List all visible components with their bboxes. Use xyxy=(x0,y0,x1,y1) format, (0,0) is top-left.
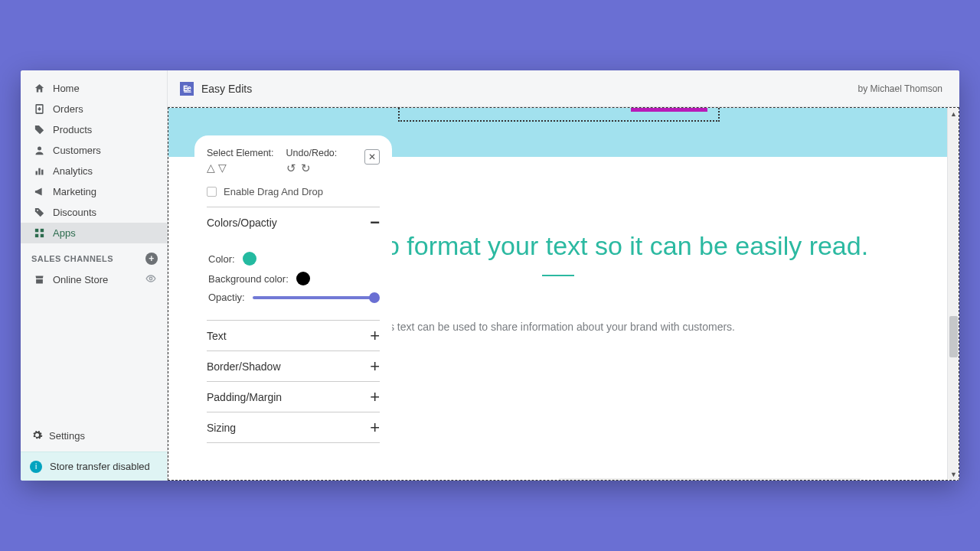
svg-rect-3 xyxy=(38,168,41,175)
checkbox-label: Enable Drag And Drop xyxy=(224,186,323,197)
add-channel-button[interactable]: + xyxy=(145,253,158,265)
section-border[interactable]: Border/Shadow + xyxy=(207,351,380,382)
settings-label: Settings xyxy=(49,430,85,442)
section-label: Padding/Margin xyxy=(207,391,282,403)
sidebar-item-products[interactable]: Products xyxy=(21,119,167,140)
select-element-label: Select Element: xyxy=(207,148,274,158)
section-label: Colors/Opactiy xyxy=(207,217,277,229)
sidebar-item-label: Analytics xyxy=(53,165,93,177)
undo-redo-label: Undo/Redo: xyxy=(286,148,338,158)
image-placeholder[interactable] xyxy=(559,478,861,481)
svg-point-1 xyxy=(38,147,41,151)
topbar: E͟e Easy Edits by Michael Thomson xyxy=(168,70,959,107)
sidebar-item-analytics[interactable]: Analytics xyxy=(21,161,167,181)
svg-rect-6 xyxy=(34,229,38,232)
sales-channels-header: SALES CHANNELS + xyxy=(21,243,167,269)
undo-button[interactable]: ↺ xyxy=(286,161,296,175)
app-icon: E͟e xyxy=(180,82,194,96)
opacity-slider[interactable] xyxy=(253,296,378,299)
headline-rest: to format your text so it can be easily … xyxy=(371,231,868,260)
color-label: Color: xyxy=(208,253,235,265)
svg-rect-7 xyxy=(40,229,43,232)
expand-icon: + xyxy=(370,357,380,377)
person-icon xyxy=(31,145,47,156)
status-bar[interactable]: i Store transfer disabled xyxy=(21,452,167,481)
tag-icon xyxy=(31,124,47,135)
home-icon xyxy=(31,83,47,94)
redo-button[interactable]: ↻ xyxy=(301,161,311,175)
discount-icon xyxy=(31,207,47,218)
sidebar-item-label: Orders xyxy=(53,103,83,115)
primary-nav: Home Orders Products Customers xyxy=(21,70,167,243)
editor-canvas[interactable]: Use HTML to format your text so it can b… xyxy=(168,107,959,481)
sidebar-item-discounts[interactable]: Discounts xyxy=(21,202,167,223)
slider-thumb[interactable] xyxy=(369,292,380,303)
sidebar-item-customers[interactable]: Customers xyxy=(21,140,167,161)
sidebar: Home Orders Products Customers xyxy=(21,70,168,481)
section-header-label: SALES CHANNELS xyxy=(31,254,113,263)
orders-icon xyxy=(31,103,47,115)
svg-rect-2 xyxy=(35,171,38,175)
svg-rect-9 xyxy=(40,234,43,237)
section-label: Text xyxy=(207,330,227,342)
bg-color-label: Background color: xyxy=(208,273,289,285)
select-parent-button[interactable]: △ xyxy=(207,161,215,174)
svg-rect-4 xyxy=(41,170,44,175)
close-panel-button[interactable]: ✕ xyxy=(364,149,380,165)
app-byline: by Michael Thomson xyxy=(858,83,943,94)
expand-icon: + xyxy=(370,326,380,346)
vertical-scrollbar[interactable]: ▲ ▼ xyxy=(947,108,959,480)
collapse-icon: − xyxy=(370,213,380,233)
store-icon xyxy=(31,274,47,285)
sidebar-item-orders[interactable]: Orders xyxy=(21,99,167,119)
section-colors[interactable]: Colors/Opactiy − xyxy=(207,207,380,238)
select-child-button[interactable]: ▽ xyxy=(218,161,227,174)
sidebar-item-label: Home xyxy=(53,83,80,94)
section-label: Border/Shadow xyxy=(207,360,281,373)
section-padding[interactable]: Padding/Margin + xyxy=(207,382,380,412)
sidebar-item-apps[interactable]: Apps xyxy=(21,223,167,243)
opacity-label: Opactiy: xyxy=(208,292,245,303)
status-text: Store transfer disabled xyxy=(50,461,150,472)
section-text[interactable]: Text + xyxy=(207,321,380,351)
bg-color-swatch[interactable] xyxy=(296,272,310,285)
selection-edge xyxy=(631,108,707,112)
gear-icon xyxy=(31,429,43,443)
sidebar-item-label: Customers xyxy=(53,145,101,156)
expand-icon: + xyxy=(370,418,380,438)
checkbox-icon xyxy=(207,187,217,197)
scroll-up-icon[interactable]: ▲ xyxy=(948,108,959,119)
section-colors-body: Color: Background color: Opactiy: xyxy=(207,238,380,321)
sidebar-item-settings[interactable]: Settings xyxy=(21,419,167,452)
svg-rect-8 xyxy=(34,234,38,237)
sidebar-item-label: Discounts xyxy=(53,207,96,218)
color-swatch[interactable] xyxy=(243,252,256,266)
analytics-icon xyxy=(31,165,47,177)
megaphone-icon xyxy=(31,186,47,197)
sidebar-item-label: Online Store xyxy=(53,274,108,285)
expand-icon: + xyxy=(370,387,380,407)
scroll-down-icon[interactable]: ▼ xyxy=(948,468,959,480)
info-icon: i xyxy=(30,461,42,473)
headline-underline xyxy=(542,275,574,276)
apps-icon xyxy=(31,227,47,239)
sidebar-item-marketing[interactable]: Marketing xyxy=(21,181,167,202)
sidebar-item-online-store[interactable]: Online Store xyxy=(21,269,167,290)
enable-drag-drop-checkbox[interactable]: Enable Drag And Drop xyxy=(207,186,380,197)
svg-point-5 xyxy=(37,210,38,211)
edit-panel: Select Element: △ ▽ Undo/Redo: ↺ ↻ xyxy=(194,135,392,446)
sidebar-item-label: Marketing xyxy=(53,186,96,197)
app-window: Home Orders Products Customers xyxy=(21,70,959,481)
scrollbar-thumb[interactable] xyxy=(949,316,958,357)
sidebar-item-label: Apps xyxy=(53,227,76,239)
section-sizing[interactable]: Sizing + xyxy=(207,412,380,443)
app-title: Easy Edits xyxy=(201,83,252,95)
main: E͟e Easy Edits by Michael Thomson Use HT… xyxy=(168,70,959,481)
section-label: Sizing xyxy=(207,422,236,434)
sidebar-item-home[interactable]: Home xyxy=(21,78,167,99)
svg-point-10 xyxy=(149,277,152,280)
view-store-icon[interactable] xyxy=(145,273,156,286)
sidebar-item-label: Products xyxy=(53,124,92,135)
